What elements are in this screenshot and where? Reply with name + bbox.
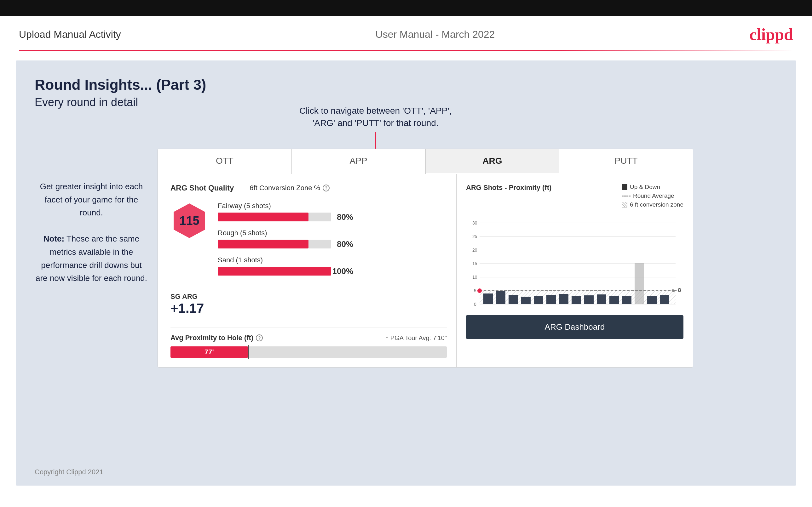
user-manual-label: User Manual - March 2022: [375, 29, 495, 40]
hex-area: 115 Fairway (5 shots) 80%: [170, 202, 447, 283]
svg-rect-24: [521, 297, 530, 304]
header-divider: [19, 50, 793, 51]
panel-header: ARG Shot Quality 6ft Conversion Zone % ?: [170, 184, 447, 192]
legend-round-avg: Round Average: [622, 192, 683, 199]
insight-text: Get greater insight into each facet of y…: [35, 180, 148, 285]
section-title: Round Insights... (Part 3): [35, 76, 777, 93]
bar-label-rough: Rough (5 shots): [218, 229, 447, 237]
hexagon-badge: 115: [170, 202, 208, 240]
svg-rect-33: [635, 263, 644, 304]
chart-legend: Up & Down Round Average 6 ft conversion …: [622, 184, 683, 208]
main-card: OTT APP ARG PUTT ARG Shot Quality 6ft Co…: [158, 149, 693, 368]
svg-text:20: 20: [472, 247, 477, 252]
bar-pct-rough: 80%: [337, 240, 353, 248]
svg-rect-29: [584, 295, 594, 304]
proximity-avg: ↑ PGA Tour Avg: 7'10": [385, 334, 447, 342]
annotation-text: Click to navigate between 'OTT', 'APP', …: [299, 105, 452, 129]
svg-text:25: 25: [472, 234, 477, 239]
proximity-bar-track: 77': [170, 346, 447, 358]
svg-rect-34: [647, 296, 657, 304]
bars-section: Fairway (5 shots) 80% Rough (5 shots): [218, 202, 447, 283]
clippd-logo: clippd: [749, 25, 793, 44]
bar-row-fairway: Fairway (5 shots) 80%: [218, 202, 447, 221]
bar-pct-fairway: 80%: [337, 213, 353, 221]
footer-text: Copyright Clippd 2021: [35, 468, 103, 476]
svg-rect-27: [559, 294, 568, 304]
bar-row-rough: Rough (5 shots) 80%: [218, 229, 447, 248]
legend-6ft: 6 ft conversion zone: [622, 201, 683, 208]
bar-track-rough: 80%: [218, 240, 331, 248]
note-label: Note:: [44, 234, 64, 243]
legend-up-down: Up & Down: [622, 184, 683, 190]
svg-point-37: [477, 288, 482, 293]
chart-area: 0 5 10 15 20 25 30: [466, 215, 683, 309]
svg-text:30: 30: [472, 220, 477, 225]
tab-bar: OTT APP ARG PUTT: [158, 149, 693, 174]
svg-text:8: 8: [678, 287, 681, 293]
legend-hatched-icon: [622, 202, 627, 208]
sg-label: SG ARG: [170, 292, 447, 301]
proximity-cursor: [248, 345, 249, 359]
proximity-bar-fill: 77': [170, 346, 248, 358]
bar-fill-fairway: [218, 213, 308, 221]
svg-rect-23: [509, 295, 518, 304]
tab-putt[interactable]: PUTT: [559, 149, 693, 174]
tab-arg[interactable]: ARG: [426, 149, 560, 174]
svg-text:5: 5: [474, 288, 476, 293]
tab-app[interactable]: APP: [292, 149, 426, 174]
bar-label-sand: Sand (1 shots): [218, 256, 447, 264]
card-body: ARG Shot Quality 6ft Conversion Zone % ?…: [158, 174, 693, 367]
svg-rect-35: [660, 295, 669, 304]
chart-title: ARG Shots - Proximity (ft): [466, 184, 551, 192]
svg-rect-28: [571, 296, 581, 304]
bar-track-fairway: 80%: [218, 213, 331, 221]
proximity-value: 77': [204, 348, 214, 356]
bar-fill-sand: [218, 267, 331, 276]
sg-section: SG ARG +1.17: [170, 292, 447, 316]
svg-text:10: 10: [472, 275, 477, 280]
arg-dashboard-button[interactable]: ARG Dashboard: [466, 315, 683, 339]
chart-header: ARG Shots - Proximity (ft) Up & Down Rou…: [466, 184, 683, 208]
proximity-help-icon[interactable]: ?: [256, 334, 263, 341]
right-panel: ARG Shots - Proximity (ft) Up & Down Rou…: [457, 174, 693, 367]
sg-value: +1.17: [170, 301, 447, 316]
bar-fill-rough: [218, 240, 308, 248]
proximity-title: Avg Proximity to Hole (ft) ?: [170, 334, 263, 342]
conversion-label: 6ft Conversion Zone % ?: [250, 184, 329, 192]
tab-ott[interactable]: OTT: [158, 149, 292, 174]
svg-rect-32: [622, 296, 631, 304]
chart-svg: 0 5 10 15 20 25 30: [466, 215, 683, 309]
svg-rect-31: [609, 296, 619, 304]
top-bar: [0, 0, 812, 16]
svg-rect-21: [484, 293, 493, 304]
svg-rect-25: [534, 296, 543, 304]
svg-rect-22: [496, 291, 505, 304]
help-icon[interactable]: ?: [323, 184, 329, 191]
legend-sq-icon: [622, 184, 627, 190]
main-content: Round Insights... (Part 3) Every round i…: [16, 60, 796, 486]
hexagon-value: 115: [179, 214, 199, 228]
proximity-section: Avg Proximity to Hole (ft) ? ↑ PGA Tour …: [170, 327, 447, 358]
bar-label-fairway: Fairway (5 shots): [218, 202, 447, 210]
proximity-header: Avg Proximity to Hole (ft) ? ↑ PGA Tour …: [170, 334, 447, 342]
legend-dashed-icon: [622, 195, 630, 196]
svg-text:15: 15: [472, 261, 477, 266]
bar-track-sand: 100%: [218, 267, 331, 276]
bar-pct-sand: 100%: [333, 267, 354, 276]
header: Upload Manual Activity User Manual - Mar…: [0, 16, 812, 50]
left-panel: ARG Shot Quality 6ft Conversion Zone % ?…: [158, 174, 457, 367]
upload-manual-label: Upload Manual Activity: [19, 29, 121, 40]
shot-quality-label: ARG Shot Quality: [170, 184, 234, 192]
bar-row-sand: Sand (1 shots) 100%: [218, 256, 447, 276]
svg-rect-30: [597, 294, 606, 304]
svg-text:0: 0: [474, 302, 476, 307]
svg-rect-26: [546, 295, 556, 304]
